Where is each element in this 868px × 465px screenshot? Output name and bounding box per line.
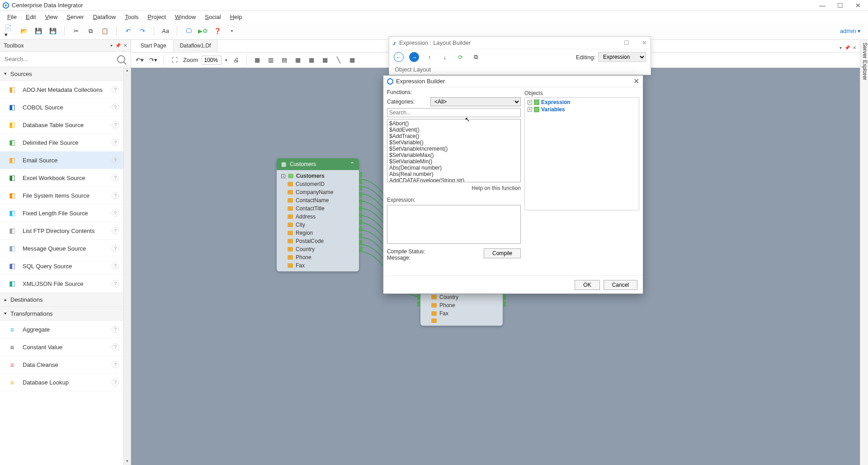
undo-icon[interactable]: ↶ [123,26,133,36]
monitor-icon[interactable]: 🖵 [184,26,193,36]
toolbox-item[interactable]: ◧Delimited File Source? [0,134,123,152]
port[interactable] [359,233,362,238]
menu-file[interactable]: File [3,12,21,22]
toolbox-item[interactable]: ≡Database Lookup? [0,374,123,391]
menu-project[interactable]: Project [143,12,170,22]
new-file-icon[interactable]: 📄▾ [5,26,14,36]
redo-icon[interactable]: ↷ [137,26,147,36]
toolbox-item[interactable]: ◧List FTP Directory Contents? [0,222,123,240]
canvas-redo-icon[interactable]: ↷▾ [148,55,158,65]
lw-close-icon[interactable]: ✕ [642,39,647,46]
node-field-row[interactable]: Country [277,245,359,253]
toolbox-search-input[interactable] [3,54,117,64]
menu-tools[interactable]: Tools [120,12,143,22]
copy-icon[interactable]: ⧉ [471,52,481,62]
node-field-row[interactable]: Phone [277,253,359,261]
port[interactable] [359,240,362,245]
toolbox-item[interactable]: ≡Constant Value? [0,338,123,356]
dialog-close-icon[interactable]: ✕ [633,77,639,85]
menu-social[interactable]: Social [200,12,225,22]
port[interactable] [359,206,362,211]
help-hint-icon[interactable]: ? [112,86,119,93]
menu-help[interactable]: Help [226,12,247,22]
toolbox-pin-icon[interactable]: 📌 [115,43,121,48]
toolbox-item[interactable]: ◧Fixed Length File Source? [0,204,123,222]
function-item[interactable]: $SetVariableIncrement() [387,146,520,152]
help-hint-icon[interactable]: ? [112,209,119,217]
port[interactable] [359,219,362,225]
function-item[interactable]: $SetVariable() [387,139,520,146]
toolbox-item[interactable]: ◧ADO.Net Metadata Collections? [0,81,123,99]
node-field-row[interactable]: ContactTitle [277,204,359,213]
objects-tree[interactable]: +Expression +Variables [524,97,639,210]
zoom-input[interactable] [202,56,222,65]
zoom-dropdown-icon[interactable]: ▾ [225,58,227,62]
toolbox-item[interactable]: ◧XML/JSON File Source? [0,275,123,293]
node-field-row[interactable]: Region [277,229,359,237]
help-hint-icon[interactable]: ? [112,262,119,270]
lw-maximize-icon[interactable]: ☐ [624,39,629,46]
align5-icon[interactable]: ▦ [307,55,316,65]
node-field-row[interactable]: Country [420,293,503,301]
node-field-row[interactable]: -Customers [277,172,359,180]
function-item[interactable]: Abs(Real number) [387,171,520,177]
tab-start-page[interactable]: Start Page [134,39,173,52]
toolbox-item[interactable]: ◧Excel Workbook Source? [0,169,123,187]
down-icon[interactable]: ↓ [440,52,450,62]
function-item[interactable]: $SetVariableMax() [387,152,520,158]
node-customers[interactable]: ▦ Customers ⌃ -CustomersCustomerIDCompan… [277,158,359,271]
tab-dataflow[interactable]: Dataflow1.Df [173,39,218,52]
admin-dropdown[interactable]: admin ▾ [840,28,863,34]
more-icon[interactable]: ▾ [227,26,237,36]
cancel-button[interactable]: Cancel [604,280,637,290]
align3-icon[interactable]: ▤ [279,55,289,65]
menu-view[interactable]: View [40,12,62,22]
port[interactable] [503,301,506,307]
align6-icon[interactable]: ▦ [320,55,330,65]
categories-select[interactable]: <All> [430,97,521,106]
port[interactable] [359,192,362,198]
save-all-icon[interactable]: 💾 [48,26,58,36]
node-field-row[interactable]: Fax [420,309,503,318]
canvas-undo-icon[interactable]: ↶▾ [135,55,145,65]
function-item[interactable]: AddCDATAEnvelope(String str) [387,177,520,182]
help-hint-icon[interactable]: ? [112,280,119,287]
tree-expand-icon[interactable]: + [528,107,532,112]
toolbox-close-icon[interactable]: ✕ [123,43,127,48]
help-hint-icon[interactable]: ? [112,121,119,128]
tree-expand-icon[interactable]: + [528,100,532,104]
port[interactable] [359,185,362,191]
node-field-row[interactable]: PostalCode [277,237,359,245]
node-field-row[interactable]: Address [277,213,359,221]
toolbox-item[interactable]: ≡Data Cleanse? [0,356,123,374]
menu-window[interactable]: Window [170,12,200,22]
node-field-row[interactable]: ContactName [277,196,359,204]
help-hint-icon[interactable]: ? [112,361,119,368]
scroll-down-icon[interactable]: ▾ [124,458,131,465]
search-icon[interactable] [117,55,125,63]
window-maximize-icon[interactable]: ☐ [837,2,843,9]
cut-icon[interactable]: ✂ [71,26,81,36]
toolbox-item[interactable]: ◧SQL Query Source? [0,257,123,275]
port[interactable] [417,294,420,300]
group-destinations[interactable]: ▸Destinations [0,293,123,307]
print-icon[interactable]: 🖨 [231,55,241,65]
port[interactable] [359,172,362,177]
link-icon[interactable]: ╲ [334,55,344,65]
function-item[interactable]: $Abort() [387,120,520,127]
toolbox-item[interactable]: ◧Email Source? [0,152,123,169]
compile-button[interactable]: Compile [484,248,521,258]
help-icon[interactable]: ❓ [212,26,222,36]
node-field-row[interactable]: City [277,221,359,229]
help-hint-icon[interactable]: ? [112,174,119,181]
toolbox-scrollbar[interactable]: ▴ ▾ [123,67,131,465]
group-sources[interactable]: ▸Sources [0,67,123,81]
refresh-icon[interactable]: ⟳ [455,52,465,62]
editing-select[interactable]: Expression [598,52,646,62]
function-item[interactable]: $AddTrace() [387,133,520,139]
grid-icon[interactable]: ▦ [347,55,357,65]
fit-icon[interactable]: ⛶ [170,55,179,65]
node-customers-header[interactable]: ▦ Customers ⌃ [277,158,359,170]
help-hint-icon[interactable]: ? [112,157,119,164]
chevron-up-icon[interactable]: ⌃ [350,161,354,167]
